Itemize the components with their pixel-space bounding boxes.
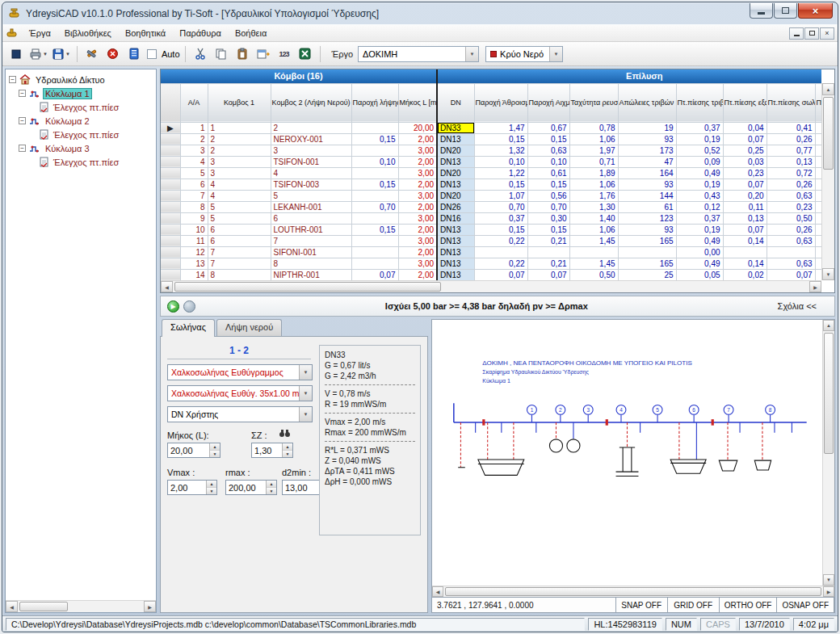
cell-k1[interactable]: 7 (208, 258, 271, 269)
drawing-toggle-ortho[interactable]: ORTHO OFF (720, 598, 778, 612)
cell-dn[interactable]: DN13 (437, 156, 474, 167)
row-marker[interactable] (161, 145, 180, 156)
cell-u[interactable]: 1,06 (569, 224, 618, 235)
cell-z[interactable] (723, 246, 766, 258)
cell-z[interactable]: 0,14 (723, 235, 766, 246)
cell-rl[interactable]: 0,00 (676, 246, 723, 258)
tab-pipe[interactable]: Σωλήνας (162, 319, 215, 337)
cell-rl[interactable]: 0,37 (676, 122, 723, 133)
cell-r[interactable]: 93 (618, 178, 676, 190)
rmax-stepper[interactable]: ▲▼ (225, 480, 277, 495)
cell-u[interactable]: 0,71 (569, 156, 618, 167)
cell-dpta[interactable] (766, 246, 815, 258)
cell-rl[interactable]: 0,49 (676, 235, 723, 246)
menu-voitheia[interactable]: Βοήθεια (229, 26, 273, 40)
cell-x[interactable] (815, 246, 821, 258)
dn-mode-select[interactable]: DN Χρήστης ▼ (167, 406, 313, 422)
cell-r[interactable]: 93 (618, 224, 676, 235)
tree-item-label[interactable]: Κύκλωμα 2 (44, 116, 91, 126)
cell-u[interactable]: 1,76 (569, 190, 618, 201)
cell-len[interactable]: 3,00 (398, 235, 437, 246)
cell-aa[interactable]: 11 (180, 235, 208, 246)
sz-stepper[interactable]: ▲▼ (251, 443, 293, 458)
cell-dpta[interactable]: 0,41 (766, 122, 815, 133)
step-up-icon[interactable]: ▲ (207, 481, 216, 488)
cell-dpta[interactable]: 0,63 (766, 258, 815, 269)
row-marker[interactable] (161, 201, 180, 212)
column-header[interactable]: Παροχή Άθροισμα ΣQr [lit/s] (474, 83, 527, 122)
cell-z[interactable]: 0,11 (723, 201, 766, 212)
stop-button[interactable] (6, 44, 26, 64)
cell-qr[interactable] (351, 167, 398, 178)
cell-rl[interactable]: 0,19 (676, 178, 723, 190)
cell-dn[interactable]: DN13 (437, 224, 474, 235)
calc-idle-icon[interactable] (183, 300, 195, 313)
cell-dpta[interactable]: 0,72 (766, 167, 815, 178)
cell-aa[interactable]: 4 (180, 156, 208, 167)
cell-sqr[interactable]: 0,37 (474, 212, 527, 224)
tree-expander-icon[interactable]: − (19, 145, 26, 152)
column-header[interactable]: A/A (180, 83, 208, 122)
cell-aa[interactable]: 8 (180, 201, 208, 212)
project-select[interactable]: ΔΟΚΙΜΗ ▼ (358, 46, 479, 62)
cell-k2[interactable]: LEKANH-001 (271, 201, 351, 212)
cell-x[interactable] (815, 178, 821, 190)
cell-len[interactable]: 2,00 (398, 178, 437, 190)
cell-sqr[interactable]: 1,22 (474, 167, 527, 178)
cell-x[interactable] (815, 235, 821, 246)
cell-k1[interactable]: 2 (208, 145, 271, 156)
cell-rl[interactable]: 0,19 (676, 224, 723, 235)
rmax-input[interactable] (226, 481, 266, 494)
cell-aa[interactable]: 12 (180, 246, 208, 258)
column-header[interactable]: Πτ.πίεσης εξαρτημ. Z [mWS] (723, 83, 766, 122)
cell-rl[interactable]: 0,19 (676, 133, 723, 145)
mdi-close-button[interactable]: × (820, 27, 834, 40)
step-down-icon[interactable]: ▼ (207, 488, 216, 494)
scroll-left-icon[interactable]: ◀ (161, 281, 173, 292)
mdi-restore-button[interactable] (804, 27, 819, 40)
cell-sqr[interactable]: 1,32 (474, 145, 527, 156)
scroll-left-icon[interactable]: ◀ (432, 586, 443, 597)
cell-k1[interactable]: 8 (208, 269, 271, 280)
cell-qs[interactable]: 0,63 (527, 145, 569, 156)
cell-r[interactable]: 123 (618, 212, 676, 224)
scroll-thumb[interactable] (445, 587, 821, 596)
copy-button[interactable] (212, 44, 231, 64)
cell-qs[interactable]: 0,15 (527, 133, 569, 145)
cell-u[interactable]: 1,40 (569, 212, 618, 224)
pipe-size-select[interactable]: Χαλκοσωλήνας Ευθύγ. 35x1.00 mm ▼ (167, 385, 313, 401)
tree-item-circuit[interactable]: −Κύκλωμα 1 (7, 86, 154, 100)
network-select[interactable]: Κρύο Νερό ▼ (485, 46, 563, 62)
cell-len[interactable]: 20,00 (398, 122, 437, 133)
row-marker[interactable] (161, 178, 180, 190)
tree-item-check[interactable]: Έλεγχος πτ.πίεσ (7, 100, 154, 114)
cell-k2[interactable]: 4 (271, 167, 351, 178)
drawing-toggle-snap[interactable]: SNAP OFF (616, 598, 668, 612)
cell-u[interactable]: 1,45 (569, 258, 618, 269)
cell-dpta[interactable]: 0,50 (766, 212, 815, 224)
cell-k2[interactable]: 3 (271, 145, 351, 156)
cell-k1[interactable]: 3 (208, 156, 271, 167)
cell-qr[interactable] (351, 246, 398, 258)
cell-sqr[interactable]: 0,15 (474, 178, 527, 190)
stepper-arrows[interactable]: ▲▼ (206, 481, 216, 494)
vmax-input[interactable] (168, 481, 206, 494)
cell-u[interactable]: 1,97 (569, 145, 618, 156)
drawing-toggle-grid[interactable]: GRID OFF (668, 598, 720, 612)
cell-z[interactable]: 0,04 (723, 122, 766, 133)
cell-qs[interactable]: 0,15 (527, 224, 569, 235)
tree-expander-icon[interactable]: − (19, 117, 26, 124)
drawing-canvas[interactable]: ΔΟΚΙΜΗ , ΝΕΑ ΠΕΝΤΑΟΡΟΦΗ ΟΙΚΟΔΟΜΗ ΜΕ ΥΠΟΓ… (432, 320, 822, 586)
cell-sqr[interactable]: 0,22 (474, 258, 527, 269)
cell-z[interactable]: 0,07 (723, 133, 766, 145)
cell-qs[interactable]: 0,61 (527, 167, 569, 178)
step-up-icon[interactable]: ▲ (283, 443, 292, 451)
cell-rl[interactable]: 0,52 (676, 145, 723, 156)
cell-x[interactable] (815, 224, 821, 235)
cell-k2[interactable]: 6 (271, 212, 351, 224)
cell-z[interactable]: 0,14 (723, 258, 766, 269)
cell-k2[interactable]: TSIFON-003 (271, 178, 351, 190)
cell-rl[interactable]: 0,09 (676, 156, 723, 167)
cell-len[interactable]: 2,00 (398, 246, 437, 258)
cell-x[interactable] (815, 201, 821, 212)
